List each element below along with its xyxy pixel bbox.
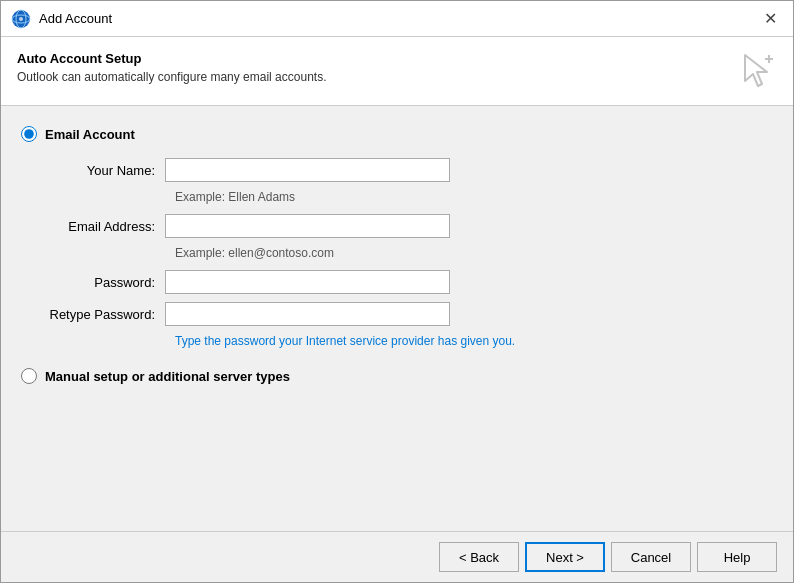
svg-point-3	[19, 17, 23, 21]
password-input[interactable]	[165, 270, 450, 294]
header-subtext: Outlook can automatically configure many…	[17, 70, 327, 84]
cursor-icon	[737, 51, 777, 91]
manual-setup-radio[interactable]	[21, 368, 37, 384]
manual-setup-label: Manual setup or additional server types	[45, 369, 290, 384]
your-name-label: Your Name:	[45, 163, 165, 178]
title-bar: Add Account ✕	[1, 1, 793, 37]
manual-setup-radio-row: Manual setup or additional server types	[21, 368, 773, 384]
email-account-radio-row: Email Account	[21, 126, 773, 142]
title-bar-title: Add Account	[39, 11, 112, 26]
dialog-footer: < Back Next > Cancel Help	[1, 531, 793, 582]
svg-marker-4	[745, 55, 767, 86]
email-form-section: Your Name: Example: Ellen Adams Email Ad…	[21, 158, 773, 348]
retype-password-label: Retype Password:	[45, 307, 165, 322]
email-address-row: Email Address:	[45, 214, 773, 238]
email-address-input[interactable]	[165, 214, 450, 238]
dialog-body: Email Account Your Name: Example: Ellen …	[1, 106, 793, 531]
your-name-hint: Example: Ellen Adams	[175, 190, 773, 204]
help-button[interactable]: Help	[697, 542, 777, 572]
email-account-label: Email Account	[45, 127, 135, 142]
password-hint: Type the password your Internet service …	[175, 334, 773, 348]
back-button[interactable]: < Back	[439, 542, 519, 572]
your-name-row: Your Name:	[45, 158, 773, 182]
retype-password-row: Retype Password:	[45, 302, 773, 326]
header-text: Auto Account Setup Outlook can automatic…	[17, 51, 327, 84]
next-button[interactable]: Next >	[525, 542, 605, 572]
your-name-input[interactable]	[165, 158, 450, 182]
app-icon	[11, 9, 31, 29]
dialog-header: Auto Account Setup Outlook can automatic…	[1, 37, 793, 106]
header-heading: Auto Account Setup	[17, 51, 327, 66]
password-row: Password:	[45, 270, 773, 294]
email-address-hint: Example: ellen@contoso.com	[175, 246, 773, 260]
password-section: Password: Retype Password: Type the pass…	[45, 270, 773, 348]
title-bar-left: Add Account	[11, 9, 112, 29]
email-address-label: Email Address:	[45, 219, 165, 234]
close-button[interactable]: ✕	[758, 9, 783, 29]
password-label: Password:	[45, 275, 165, 290]
cancel-button[interactable]: Cancel	[611, 542, 691, 572]
add-account-dialog: Add Account ✕ Auto Account Setup Outlook…	[0, 0, 794, 583]
email-account-radio[interactable]	[21, 126, 37, 142]
retype-password-input[interactable]	[165, 302, 450, 326]
